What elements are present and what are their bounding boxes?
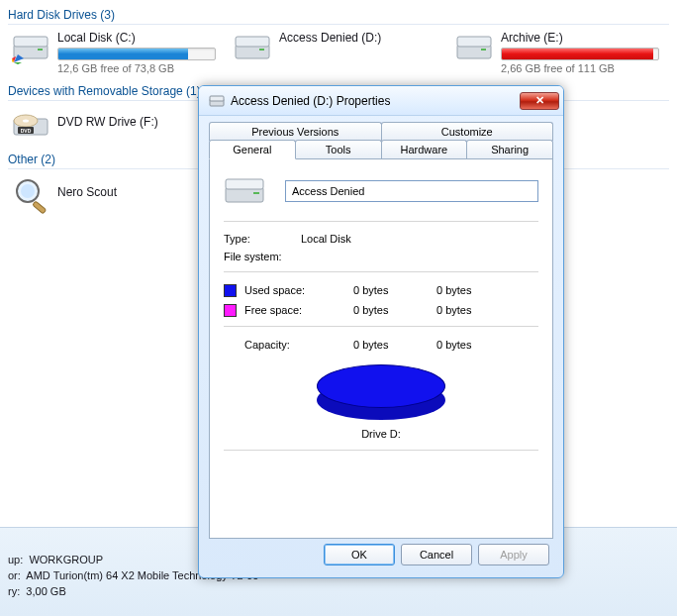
hdd-icon	[12, 31, 51, 66]
drive-name: Archive (E:)	[501, 31, 663, 45]
drive-d[interactable]: Access Denied (D:)	[230, 29, 445, 76]
titlebar[interactable]: Access Denied (D:) Properties ✕	[199, 86, 563, 116]
ok-button[interactable]: OK	[324, 544, 395, 565]
disk-icon	[209, 93, 225, 109]
svg-rect-7	[457, 37, 491, 47]
apply-button[interactable]: Apply	[478, 544, 549, 565]
tab-row-back: Previous Versions Customize	[209, 122, 553, 141]
hdd-icon	[455, 31, 495, 66]
close-button[interactable]: ✕	[520, 92, 559, 110]
used-color-swatch	[224, 284, 237, 297]
memory-label: ry:	[8, 585, 20, 597]
drive-c[interactable]: Local Disk (C:) 12,6 GB free of 73,8 GB	[8, 29, 224, 76]
workgroup-label: up:	[8, 554, 23, 565]
workgroup-value: WORKGROUP	[29, 554, 103, 565]
free-color-swatch	[224, 304, 237, 317]
magnifier-icon	[12, 175, 51, 211]
tab-sharing[interactable]: Sharing	[466, 140, 553, 159]
drive-freespace: 2,66 GB free of 111 GB	[501, 62, 663, 74]
svg-text:DVD: DVD	[21, 128, 32, 134]
drive-name: Access Denied (D:)	[279, 31, 441, 45]
section-hard-disks-header: Hard Disk Drives (3)	[8, 6, 669, 25]
drive-e[interactable]: Archive (E:) 2,66 GB free of 111 GB	[451, 29, 667, 76]
memory-value: 3,00 GB	[26, 585, 65, 597]
drive-letter-label: Drive D:	[224, 428, 538, 440]
drive-info: DVD RW Drive (F:)	[57, 107, 220, 129]
type-label: Type:	[224, 230, 301, 248]
tab-area: Previous Versions Customize General Tool…	[199, 116, 563, 549]
svg-rect-21	[253, 192, 259, 194]
disk-icon	[224, 173, 267, 209]
item-name: Nero Scout	[57, 185, 220, 199]
tab-hardware[interactable]: Hardware	[381, 140, 468, 159]
drive-info: Archive (E:) 2,66 GB free of 111 GB	[501, 31, 663, 74]
capacity-human: 0 bytes	[436, 335, 496, 355]
drive-name: Local Disk (C:)	[57, 31, 220, 45]
volume-name-input[interactable]	[285, 180, 538, 202]
svg-rect-16	[33, 201, 47, 214]
filesystem-value	[301, 248, 538, 265]
tab-customize[interactable]: Customize	[381, 122, 554, 141]
used-bytes: 0 bytes	[353, 280, 436, 300]
capacity-label: Capacity:	[244, 335, 353, 355]
drive-info: Local Disk (C:) 12,6 GB free of 73,8 GB	[57, 31, 220, 74]
type-value: Local Disk	[301, 230, 538, 248]
nero-scout[interactable]: Nero Scout	[8, 173, 224, 213]
usage-bar	[57, 48, 216, 60]
svg-point-15	[21, 184, 35, 198]
svg-rect-1	[14, 37, 48, 47]
usage-bar	[501, 48, 659, 60]
item-info: Nero Scout	[57, 175, 220, 199]
dialog-title: Access Denied (D:) Properties	[231, 94, 520, 108]
tab-row-front: General Tools Hardware Sharing	[209, 140, 553, 159]
filesystem-label: File system:	[224, 248, 301, 265]
used-label: Used space:	[244, 280, 353, 300]
free-human: 0 bytes	[436, 300, 496, 320]
svg-rect-8	[481, 49, 486, 51]
svg-rect-18	[210, 96, 224, 101]
used-human: 0 bytes	[436, 280, 496, 300]
drive-name: DVD RW Drive (F:)	[57, 115, 220, 129]
dvd-drive[interactable]: DVD DVD RW Drive (F:)	[8, 105, 224, 145]
drive-freespace: 12,6 GB free of 73,8 GB	[57, 62, 220, 74]
dialog-button-row: OK Cancel Apply	[324, 544, 549, 565]
tab-previous-versions[interactable]: Previous Versions	[209, 122, 382, 141]
properties-dialog: Access Denied (D:) Properties ✕ Previous…	[198, 85, 564, 578]
svg-point-11	[23, 120, 29, 123]
svg-rect-20	[226, 179, 263, 189]
free-label: Free space:	[244, 300, 353, 320]
tab-tools[interactable]: Tools	[295, 140, 382, 159]
tab-panel-general: Type:Local Disk File system: Used space:…	[209, 158, 553, 539]
tab-general[interactable]: General	[209, 140, 296, 159]
free-bytes: 0 bytes	[353, 300, 436, 320]
capacity-bytes: 0 bytes	[353, 335, 436, 355]
svg-rect-5	[259, 49, 264, 51]
svg-rect-4	[236, 37, 269, 47]
drive-info: Access Denied (D:)	[279, 31, 441, 45]
svg-rect-2	[38, 49, 43, 51]
hard-disk-list: Local Disk (C:) 12,6 GB free of 73,8 GB …	[8, 29, 669, 76]
usage-pie-chart	[317, 364, 445, 422]
close-icon: ✕	[535, 94, 544, 107]
processor-label: or:	[8, 569, 21, 581]
cancel-button[interactable]: Cancel	[401, 544, 472, 565]
dvd-drive-icon: DVD	[12, 107, 51, 143]
hdd-icon	[234, 31, 273, 66]
